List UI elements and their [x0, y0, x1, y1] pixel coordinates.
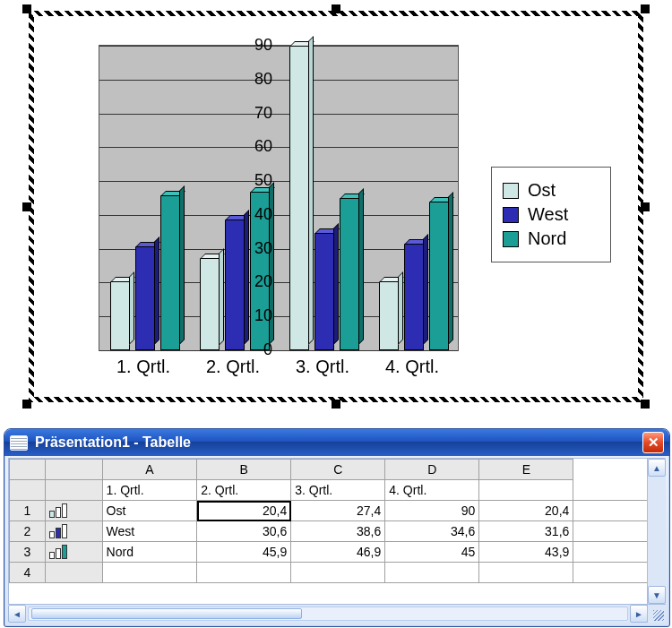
- legend-label: Nord: [528, 228, 566, 249]
- series-label-cell[interactable]: West: [102, 521, 197, 542]
- bar-nord: [160, 195, 180, 350]
- series-icon-cell[interactable]: [45, 501, 102, 521]
- row-header[interactable]: 3: [10, 542, 46, 563]
- vertical-scrollbar[interactable]: ▲ ▼: [647, 459, 666, 605]
- series-mini-chart-icon: [49, 546, 67, 559]
- close-button[interactable]: ✕: [642, 432, 664, 453]
- resize-handle-n[interactable]: [332, 4, 340, 13]
- corner-cell[interactable]: [10, 460, 46, 480]
- grid-line: [99, 114, 458, 115]
- category-cell[interactable]: [479, 480, 573, 501]
- column-header[interactable]: A: [102, 460, 197, 480]
- data-cell[interactable]: 31,6: [479, 521, 573, 542]
- bar-west: [404, 244, 424, 350]
- resize-handle-nw[interactable]: [22, 4, 31, 13]
- series-icon-cell[interactable]: [45, 480, 102, 501]
- scroll-up-button[interactable]: ▲: [648, 459, 666, 477]
- resize-handle-se[interactable]: [641, 400, 650, 409]
- x-axis-tick: 1. Qrtl.: [99, 357, 188, 377]
- series-mini-chart-icon: [49, 526, 67, 538]
- resize-grip[interactable]: [647, 604, 666, 623]
- resize-handle-e[interactable]: [641, 202, 650, 211]
- y-axis-tick: 40: [237, 204, 272, 223]
- bar-nord: [429, 202, 449, 350]
- category-cell[interactable]: 3. Qrtl.: [291, 480, 385, 501]
- column-header[interactable]: C: [291, 460, 385, 480]
- datasheet-window[interactable]: Präsentation1 - Tabelle ✕ ABCDE1. Qrtl.2…: [4, 428, 670, 627]
- data-cell[interactable]: [385, 563, 479, 583]
- data-cell[interactable]: 46,9: [291, 542, 385, 563]
- legend-swatch-nord: [503, 231, 519, 247]
- data-cell[interactable]: 45: [385, 542, 479, 563]
- row-header[interactable]: [10, 480, 46, 501]
- plot-area: [99, 45, 459, 351]
- scroll-thumb[interactable]: [31, 608, 302, 619]
- series-label-cell[interactable]: Ost: [102, 501, 197, 521]
- datasheet-icon: [10, 435, 28, 451]
- y-axis-tick: 90: [237, 36, 272, 55]
- resize-handle-w[interactable]: [22, 202, 31, 211]
- bar-west: [314, 233, 334, 350]
- chart-canvas: Ost West Nord 01020304050607080901. Qrtl…: [34, 16, 638, 397]
- series-label-cell[interactable]: Nord: [102, 542, 197, 563]
- resize-handle-sw[interactable]: [22, 400, 31, 409]
- category-cell[interactable]: 1. Qrtl.: [102, 480, 197, 501]
- y-axis-tick: 10: [237, 306, 272, 325]
- data-cell[interactable]: [479, 563, 573, 583]
- category-cell[interactable]: 4. Qrtl.: [385, 480, 479, 501]
- grid-line: [99, 350, 458, 351]
- series-icon-header[interactable]: [45, 460, 102, 480]
- chart-object[interactable]: Ost West Nord 01020304050607080901. Qrtl…: [25, 7, 647, 406]
- data-cell[interactable]: 45,9: [197, 542, 291, 563]
- x-axis-tick: 3. Qrtl.: [278, 357, 367, 377]
- scroll-down-button[interactable]: ▼: [648, 586, 666, 604]
- series-icon-cell[interactable]: [45, 563, 102, 583]
- category-cell[interactable]: 2. Qrtl.: [197, 480, 291, 501]
- data-cell[interactable]: 20,4: [479, 501, 573, 521]
- column-header[interactable]: E: [479, 460, 573, 480]
- data-cell[interactable]: [197, 563, 291, 583]
- legend-item-ost: Ost: [503, 180, 601, 201]
- y-axis-tick: 30: [237, 238, 272, 257]
- data-cell[interactable]: 20,4: [197, 501, 291, 521]
- bar-ost: [289, 46, 309, 350]
- row-header[interactable]: 4: [10, 563, 46, 583]
- grid-line: [99, 80, 458, 81]
- resize-handle-s[interactable]: [332, 400, 340, 409]
- data-cell[interactable]: 90: [385, 501, 479, 521]
- scroll-left-button[interactable]: ◄: [8, 605, 26, 623]
- column-header[interactable]: B: [197, 460, 291, 480]
- legend-label: Ost: [528, 180, 556, 201]
- resize-handle-ne[interactable]: [641, 4, 650, 13]
- bar-ost: [379, 281, 399, 350]
- legend-swatch-ost: [503, 183, 519, 199]
- data-cell[interactable]: 34,6: [385, 521, 479, 542]
- bar-west: [135, 246, 155, 350]
- series-icon-cell[interactable]: [45, 521, 102, 542]
- bar-ost: [200, 258, 220, 351]
- scroll-right-button[interactable]: ►: [630, 605, 648, 623]
- grid-line: [99, 215, 458, 216]
- titlebar[interactable]: Präsentation1 - Tabelle ✕: [4, 429, 669, 456]
- datasheet-grid[interactable]: ABCDE1. Qrtl.2. Qrtl.3. Qrtl.4. Qrtl.1Os…: [8, 458, 666, 605]
- x-axis-tick: 2. Qrtl.: [188, 357, 278, 377]
- series-label-cell[interactable]: [102, 563, 197, 583]
- data-cell[interactable]: 27,4: [291, 501, 385, 521]
- scroll-track[interactable]: [28, 606, 628, 621]
- x-axis-tick: 4. Qrtl.: [367, 357, 457, 377]
- bar-nord: [340, 198, 359, 350]
- horizontal-scrollbar[interactable]: ◄ ►: [8, 604, 648, 623]
- legend-item-west: West: [503, 204, 601, 225]
- data-cell[interactable]: 30,6: [197, 521, 291, 542]
- data-cell[interactable]: 38,6: [291, 521, 385, 542]
- data-cell[interactable]: 43,9: [479, 542, 573, 563]
- close-icon: ✕: [648, 434, 659, 451]
- y-axis-tick: 20: [237, 272, 272, 291]
- grid-line: [99, 46, 458, 47]
- grid-line: [99, 147, 458, 148]
- row-header[interactable]: 1: [10, 501, 46, 521]
- data-cell[interactable]: [291, 563, 385, 583]
- series-icon-cell[interactable]: [45, 542, 102, 563]
- column-header[interactable]: D: [385, 460, 479, 480]
- row-header[interactable]: 2: [10, 521, 46, 542]
